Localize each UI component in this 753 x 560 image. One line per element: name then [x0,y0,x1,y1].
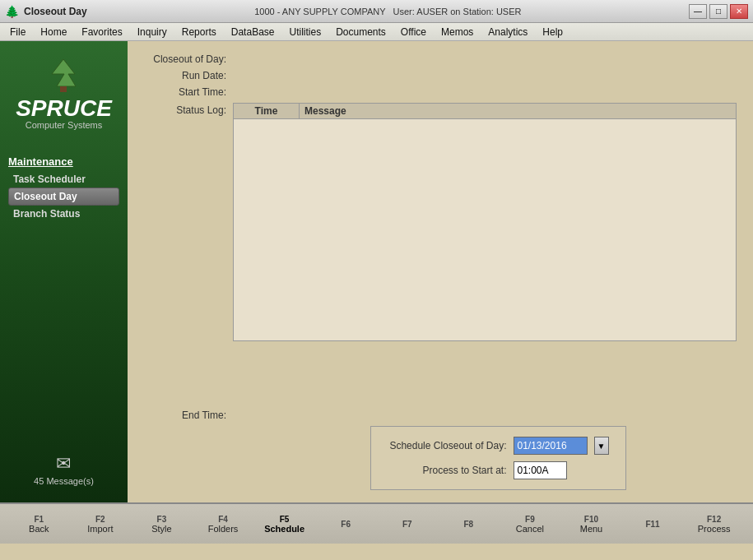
sidebar-item-closeout-day[interactable]: Closeout Day [8,187,119,206]
svg-rect-1 [60,86,67,92]
end-time-label: End Time: [144,410,226,421]
status-log-label: Status Log: [144,104,226,116]
sidebar-section-title: Maintenance [8,155,119,168]
window-controls[interactable]: — □ ✕ [689,4,748,19]
sidebar-logo-title: SPRUCE [16,97,112,120]
menu-memos[interactable]: Memos [435,25,480,39]
start-time-label: Start Time: [144,86,226,98]
close-button[interactable]: ✕ [730,4,748,19]
menu-reports[interactable]: Reports [175,25,223,39]
menu-documents[interactable]: Documents [329,25,393,39]
run-date-label: Run Date: [144,70,226,81]
messages-count: 45 Message(s) [34,476,94,486]
status-log-col-time: Time [234,104,300,118]
fkey-f5[interactable]: F5 Schedule [262,515,307,534]
spruce-tree-icon [49,58,78,94]
menu-home[interactable]: Home [34,25,73,39]
title-bar: 🌲 Closeout Day 1000 - ANY SUPPLY COMPANY… [0,0,753,23]
menu-utilities[interactable]: Utilities [282,25,328,39]
menu-file[interactable]: File [3,25,32,39]
fkey-f3[interactable]: F3 Style [139,515,184,534]
fkey-f4[interactable]: F4 Folders [201,515,246,534]
closeout-label: Closeout of Day: [144,53,226,65]
app-icon: 🌲 [5,5,19,18]
sidebar-logo-subtitle: Computer Systems [16,120,112,131]
fkey-bar: F1 Back F2 Import F3 Style F4 Folders F5… [0,502,753,544]
top-app-info: 1000 - ANY SUPPLY COMPANY User: AUSER on… [254,7,521,16]
schedule-date-row: Schedule Closeout of Day: ▼ [388,437,609,455]
maximize-button[interactable]: □ [709,4,727,19]
status-log-header: Time Message [234,104,736,119]
schedule-box: Schedule Closeout of Day: ▼ Process to S… [370,426,626,490]
sidebar-item-branch-status[interactable]: Branch Status [8,206,119,222]
date-dropdown-button[interactable]: ▼ [594,437,609,455]
fkey-f9[interactable]: F9 Cancel [507,515,552,534]
fkey-f8[interactable]: F8 [446,520,491,529]
sidebar-section-maintenance: Maintenance Task Scheduler Closeout Day … [0,155,128,222]
menu-bar: File Home Favorites Inquiry Reports Data… [0,23,753,41]
schedule-closeout-label: Schedule Closeout of Day: [388,440,507,451]
sidebar-item-task-scheduler[interactable]: Task Scheduler [8,171,119,187]
fkey-f12[interactable]: F12 Process [691,515,737,534]
menu-database[interactable]: DataBase [225,25,281,39]
start-time-row: Start Time: [144,86,737,98]
fkey-f2[interactable]: F2 Import [77,515,123,534]
fkey-f6[interactable]: F6 [323,520,369,529]
run-date-row: Run Date: [144,70,737,81]
schedule-date-input[interactable] [514,437,588,455]
minimize-button[interactable]: — [689,4,707,19]
status-log-row: Status Log: Time Message [144,103,737,405]
sidebar: SPRUCE Computer Systems Maintenance Task… [0,41,128,502]
closeout-row: Closeout of Day: [144,53,737,65]
content-area: Closeout of Day: Run Date: Start Time: S… [128,41,753,502]
schedule-time-input[interactable] [514,461,567,479]
end-time-row: End Time: [144,410,737,421]
sidebar-messages: ✉ 45 Message(s) [26,445,102,494]
menu-analytics[interactable]: Analytics [481,25,534,39]
status-log-table: Time Message [233,103,737,341]
fkey-f1[interactable]: F1 Back [16,515,62,534]
menu-favorites[interactable]: Favorites [75,25,128,39]
fkey-f7[interactable]: F7 [384,520,430,529]
status-log-col-message: Message [300,104,736,118]
fkey-f10[interactable]: F10 Menu [569,515,614,534]
status-log-body [234,119,736,336]
schedule-box-wrapper: Schedule Closeout of Day: ▼ Process to S… [210,426,737,490]
menu-help[interactable]: Help [536,25,569,39]
schedule-process-label: Process to Start at: [388,465,507,476]
window-title: Closeout Day [24,6,87,17]
svg-marker-0 [52,59,76,86]
menu-office[interactable]: Office [394,25,433,39]
fkey-f11[interactable]: F11 [630,520,676,529]
sidebar-logo: SPRUCE Computer Systems [7,49,120,139]
menu-inquiry[interactable]: Inquiry [131,25,174,39]
messages-icon: ✉ [34,453,94,474]
schedule-time-row: Process to Start at: [388,461,609,479]
